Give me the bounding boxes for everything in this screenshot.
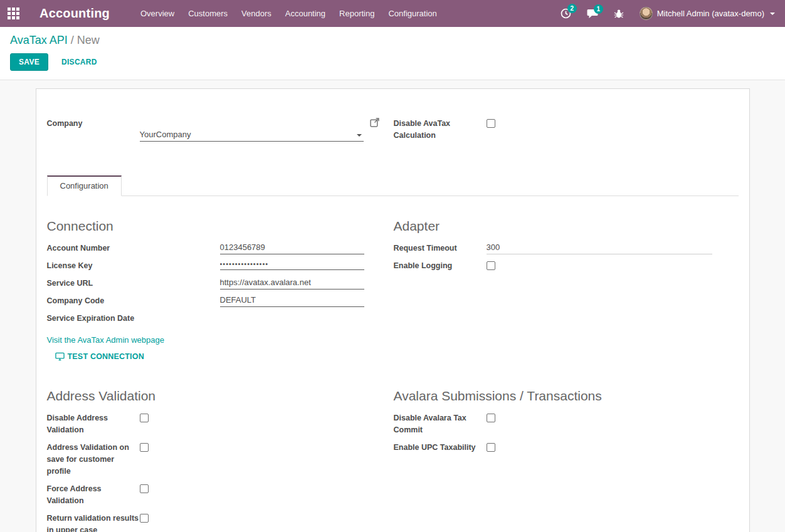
force-address-validation-label: Force Address Validation — [47, 483, 140, 507]
menu-item-vendors[interactable]: Vendors — [234, 0, 278, 27]
disable-avatax-checkbox[interactable] — [487, 119, 495, 128]
user-name: Mitchell Admin (avatax-demo) — [657, 9, 764, 18]
internal-link-button[interactable] — [370, 118, 379, 142]
tab-configuration[interactable]: Configuration — [47, 175, 122, 196]
save-button[interactable]: SAVE — [10, 53, 48, 71]
disable-address-validation-label: Disable Address Validation — [47, 412, 140, 436]
uppercase-results-checkbox[interactable] — [140, 514, 149, 523]
license-key-label: License Key — [47, 260, 220, 272]
adapter-heading: Adapter — [394, 219, 739, 234]
chevron-down-icon — [770, 13, 775, 15]
menu-item-overview[interactable]: Overview — [134, 0, 181, 27]
company-field[interactable]: YourCompany — [140, 118, 364, 142]
enable-logging-label: Enable Logging — [394, 260, 487, 272]
account-number-input[interactable] — [220, 243, 364, 254]
force-address-validation-checkbox[interactable] — [140, 484, 149, 493]
avatax-admin-link[interactable]: Visit the AvaTax Admin webpage — [47, 335, 164, 345]
breadcrumb-separator: / — [71, 34, 74, 46]
breadcrumb: AvaTax API / New — [10, 34, 775, 47]
enable-logging-checkbox[interactable] — [487, 261, 495, 270]
company-code-label: Company Code — [47, 295, 220, 307]
company-value[interactable]: YourCompany — [140, 130, 357, 139]
request-timeout-label: Request Timeout — [394, 243, 487, 254]
menu-item-accounting[interactable]: Accounting — [278, 0, 332, 27]
app-title[interactable]: Accounting — [40, 6, 110, 21]
service-expiration-date-label: Service Expiration Date — [47, 313, 220, 325]
navbar-systray: 2 1 Mitchell Admin (avatax-demo) — [561, 7, 785, 20]
disable-avatax-label: Disable AvaTax Calculation — [394, 118, 487, 142]
request-timeout-input[interactable] — [487, 243, 712, 254]
discard-button[interactable]: DISCARD — [53, 54, 105, 70]
bug-icon — [614, 9, 624, 19]
debug-button[interactable] — [614, 9, 624, 19]
account-number-label: Account Number — [47, 243, 220, 254]
breadcrumb-parent-link[interactable]: AvaTax API — [10, 34, 68, 46]
apps-grid-icon — [8, 8, 19, 19]
form-sheet: Company YourCompany Disable AvaTax Calcu… — [36, 88, 750, 532]
external-link-icon — [370, 118, 379, 127]
control-panel: AvaTax API / New SAVE DISCARD — [0, 27, 785, 80]
validation-on-save-label: Address Validation on save for customer … — [47, 442, 140, 477]
company-code-input[interactable] — [220, 295, 364, 307]
disable-tax-commit-label: Disable Avalara Tax Commit — [394, 412, 487, 436]
activities-button[interactable]: 2 — [561, 8, 571, 19]
service-url-label: Service URL — [47, 278, 220, 289]
user-avatar — [640, 7, 653, 20]
license-key-input[interactable] — [220, 260, 364, 270]
menu-item-reporting[interactable]: Reporting — [332, 0, 381, 27]
breadcrumb-current: New — [77, 34, 100, 46]
notebook-tabs: Configuration — [47, 175, 739, 196]
user-menu[interactable]: Mitchell Admin (avatax-demo) — [640, 7, 775, 20]
dropdown-caret-icon[interactable] — [357, 134, 362, 137]
content-area: Company YourCompany Disable AvaTax Calcu… — [0, 80, 785, 532]
activities-badge: 2 — [567, 4, 577, 13]
monitor-icon — [55, 352, 65, 361]
disable-address-validation-checkbox[interactable] — [140, 414, 149, 422]
test-connection-button[interactable]: TEST CONNECTION — [47, 351, 144, 361]
menu-item-configuration[interactable]: Configuration — [381, 0, 443, 27]
enable-upc-taxability-checkbox[interactable] — [487, 443, 495, 452]
uppercase-results-label: Return validation results in upper case — [47, 513, 140, 532]
main-menu: Overview Customers Vendors Accounting Re… — [134, 0, 444, 27]
test-connection-label: TEST CONNECTION — [68, 352, 144, 361]
company-label: Company — [47, 118, 140, 142]
messages-button[interactable]: 1 — [587, 9, 598, 19]
service-url-input[interactable] — [220, 278, 364, 289]
messages-badge: 1 — [594, 4, 603, 14]
avalara-submissions-heading: Avalara Submissions / Transactions — [394, 389, 739, 404]
top-navbar: Accounting Overview Customers Vendors Ac… — [0, 0, 785, 27]
menu-item-customers[interactable]: Customers — [181, 0, 234, 27]
disable-tax-commit-checkbox[interactable] — [487, 414, 495, 422]
validation-on-save-checkbox[interactable] — [140, 443, 149, 452]
address-validation-heading: Address Validation — [47, 389, 394, 404]
connection-heading: Connection — [47, 219, 394, 234]
apps-menu-button[interactable] — [0, 0, 27, 27]
enable-upc-taxability-label: Enable UPC Taxability — [394, 442, 487, 454]
